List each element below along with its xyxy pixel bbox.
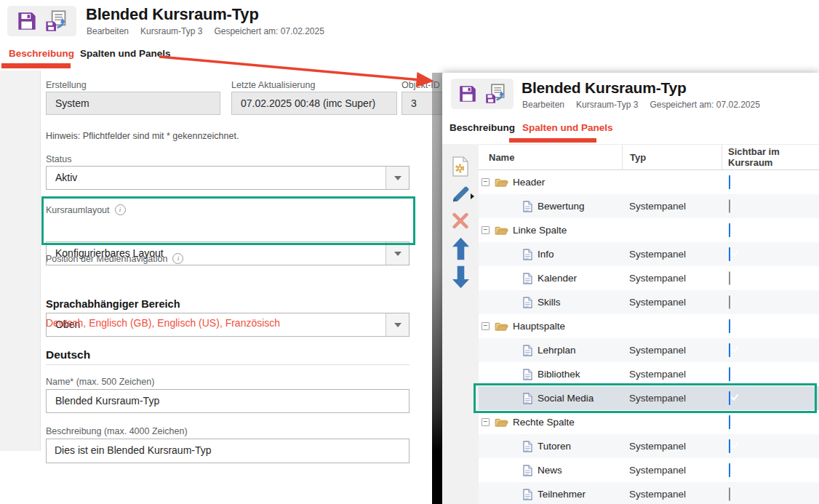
visibility-checkbox[interactable] <box>729 343 730 357</box>
dropdown-arrow-icon[interactable] <box>385 167 409 189</box>
save-icon[interactable] <box>17 11 37 31</box>
panel-name-cell: Tutoren <box>479 434 622 458</box>
breadcrumb-saved: Gespeichert am: 07.02.2025 <box>214 26 324 36</box>
language-link[interactable]: Französisch <box>225 317 280 329</box>
name-input[interactable]: Blended Kursraum-Typ <box>46 389 410 413</box>
visibility-checkbox[interactable] <box>729 391 730 405</box>
panel-typ: Systempanel <box>622 489 722 500</box>
table-row[interactable]: TeilnehmerSystempanel <box>479 482 819 504</box>
visibility-checkbox[interactable] <box>729 415 730 429</box>
visibility-checkbox[interactable] <box>729 223 730 237</box>
save-and-close-icon[interactable] <box>44 9 68 33</box>
save-and-close-icon[interactable] <box>484 83 506 105</box>
collapse-toggle-icon[interactable]: − <box>482 418 490 426</box>
collapse-toggle-icon[interactable]: − <box>482 322 490 330</box>
panel-name-cell: −Hauptspalte <box>479 314 622 338</box>
dropdown-arrow-icon[interactable] <box>385 242 409 265</box>
table-row[interactable]: BibliothekSystempanel <box>479 362 819 386</box>
panel-name-cell: Skills <box>479 290 622 314</box>
panels-table: Name Typ Sichtbar im Kursraum −HeaderBew… <box>479 144 819 504</box>
table-row[interactable]: TutorenSystempanel <box>479 434 819 458</box>
table-row[interactable]: LehrplanSystempanel <box>479 338 819 362</box>
tab-beschreibung[interactable]: Beschreibung <box>9 48 74 59</box>
header-toolbar <box>7 6 76 36</box>
visibility-checkbox[interactable] <box>729 175 730 189</box>
panel-name: Header <box>513 177 545 188</box>
visibility-cell <box>722 224 819 237</box>
active-tab-underline <box>509 138 596 143</box>
name-label: Name* (max. 500 Zeichen) <box>46 377 154 387</box>
panel-name-cell: Bewertung <box>479 194 622 218</box>
visibility-checkbox[interactable] <box>729 367 730 381</box>
pflichtfelder-hinweis: Hinweis: Pflichtfelder sind mit * gekenn… <box>46 131 239 141</box>
language-link[interactable]: Englisch (GB) <box>89 317 151 329</box>
breadcrumb-mode: Bearbeiten <box>522 100 564 110</box>
table-row[interactable]: InfoSystempanel <box>479 242 819 266</box>
language-link[interactable]: Deutsch <box>46 317 83 329</box>
panel-name-cell: Bibliothek <box>479 362 622 386</box>
collapse-toggle-icon[interactable]: − <box>482 226 490 234</box>
visibility-checkbox[interactable] <box>729 319 730 333</box>
panel-table-body: −HeaderBewertungSystempanel−Linke Spalte… <box>479 170 819 504</box>
panel-typ: Systempanel <box>622 393 722 404</box>
visibility-checkbox[interactable] <box>729 247 730 261</box>
table-row[interactable]: BewertungSystempanel <box>479 194 819 218</box>
panel-name-cell: Kalender <box>479 266 622 290</box>
window-shadow <box>432 73 442 504</box>
table-row-highlighted[interactable]: Social MediaSystempanel <box>479 386 819 410</box>
collapse-toggle-icon[interactable]: − <box>482 178 490 186</box>
visibility-checkbox[interactable] <box>729 463 730 477</box>
visibility-checkbox[interactable] <box>729 271 730 285</box>
table-row[interactable]: −Hauptspalte <box>479 314 819 338</box>
tab-beschreibung[interactable]: Beschreibung <box>450 122 515 133</box>
tab-spalten-und-panels[interactable]: Spalten und Panels <box>522 122 613 133</box>
breadcrumb-object: Kursraum-Typ 3 <box>140 26 202 36</box>
table-row[interactable]: −Rechte Spalte <box>479 410 819 434</box>
tab-spalten-und-panels[interactable]: Spalten und Panels <box>80 48 171 59</box>
visibility-checkbox[interactable] <box>729 199 730 213</box>
table-row[interactable]: SkillsSystempanel <box>479 290 819 314</box>
save-icon[interactable] <box>458 84 477 103</box>
column-header-sichtbar[interactable]: Sichtbar im Kursraum <box>722 145 819 169</box>
panel-name: Tutoren <box>538 441 571 452</box>
visibility-checkbox[interactable] <box>729 487 730 501</box>
page-title: Blended Kursraum-Typ <box>522 79 687 97</box>
panel-name-cell: Lehrplan <box>479 338 622 362</box>
edit-button[interactable] <box>442 184 479 204</box>
visibility-cell <box>722 200 819 213</box>
move-up-button[interactable] <box>442 237 479 260</box>
screen: Blended Kursraum-Typ Bearbeiten Kursraum… <box>0 0 819 504</box>
edit-menu-caret-icon[interactable] <box>471 193 474 199</box>
beschreibung-textarea[interactable]: Dies ist ein Blended Kursraum-Typ <box>46 439 410 463</box>
breadcrumb: Bearbeiten Kursraum-Typ 3 Gespeichert am… <box>87 26 324 36</box>
add-panel-button[interactable] <box>442 156 479 177</box>
table-row[interactable]: KalenderSystempanel <box>479 266 819 290</box>
folder-icon <box>495 417 508 428</box>
language-link[interactable]: Englisch (US) <box>157 317 220 329</box>
visibility-checkbox[interactable] <box>729 439 730 453</box>
panel-name: Hauptspalte <box>513 321 565 332</box>
info-icon[interactable]: i <box>172 253 183 264</box>
status-select[interactable]: Aktiv <box>46 166 410 190</box>
table-row[interactable]: −Header <box>479 170 819 194</box>
dropdown-arrow-icon[interactable] <box>385 313 409 336</box>
folder-icon <box>495 225 508 236</box>
visibility-cell <box>722 344 819 357</box>
info-icon[interactable]: i <box>115 204 126 215</box>
panel-name-cell: −Rechte Spalte <box>479 410 622 434</box>
breadcrumb: Bearbeiten Kursraum-Typ 3 Gespeichert am… <box>522 100 760 110</box>
table-row[interactable]: −Linke Spalte <box>479 218 819 242</box>
move-down-button[interactable] <box>442 265 479 289</box>
visibility-cell <box>722 272 819 285</box>
delete-button[interactable] <box>442 212 479 229</box>
visibility-checkbox[interactable] <box>729 295 730 309</box>
panel-name: News <box>538 465 562 476</box>
visibility-cell <box>722 392 819 405</box>
visibility-cell <box>722 248 819 261</box>
column-header-typ[interactable]: Typ <box>622 145 722 169</box>
panel-name-cell: Teilnehmer <box>479 482 622 504</box>
table-row[interactable]: NewsSystempanel <box>479 458 819 482</box>
column-header-name[interactable]: Name <box>479 145 622 169</box>
header-toolbar <box>451 79 514 109</box>
visibility-cell <box>722 416 819 429</box>
